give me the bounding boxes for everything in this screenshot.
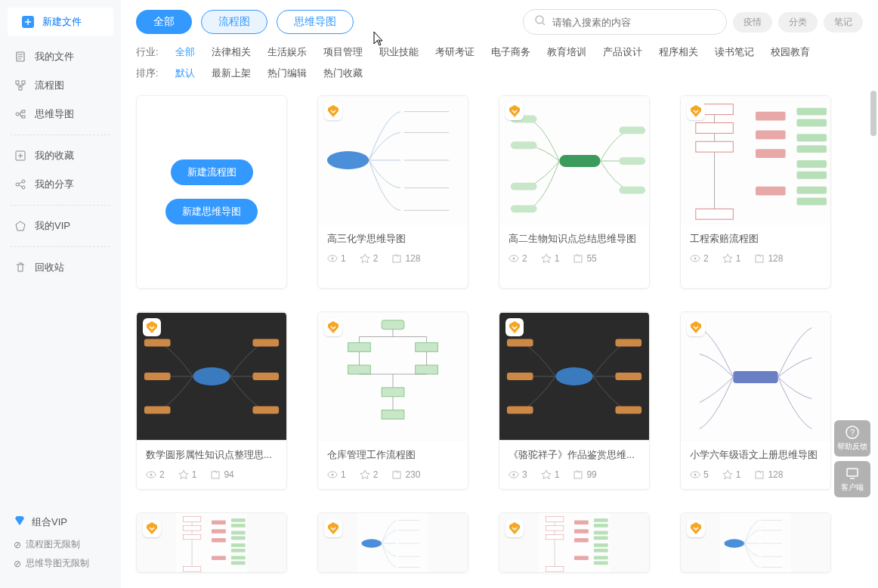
tab-mindmap[interactable]: 思维导图 — [277, 10, 354, 34]
svg-rect-84 — [733, 371, 778, 383]
svg-rect-49 — [756, 255, 763, 262]
filter-industry-9[interactable]: 程序相关 — [659, 45, 698, 59]
svg-rect-68 — [382, 410, 404, 419]
svg-point-51 — [193, 367, 230, 385]
svg-rect-103 — [231, 556, 246, 559]
views-stat: 1 — [327, 469, 346, 480]
template-card[interactable]: 工程索赔流程图 2 1 128 — [680, 95, 831, 289]
filter-industry-11[interactable]: 校园教育 — [771, 45, 810, 59]
filter-industry-6[interactable]: 电子商务 — [491, 45, 530, 59]
filter-sort-2[interactable]: 热门编辑 — [267, 67, 307, 80]
filter-sort-3[interactable]: 热门收藏 — [323, 67, 363, 80]
svg-rect-109 — [546, 525, 564, 531]
template-card[interactable] — [499, 512, 650, 573]
svg-rect-96 — [212, 556, 226, 560]
client-button[interactable]: 客户端 — [834, 461, 870, 497]
svg-rect-128 — [847, 469, 858, 476]
label: 流程图 — [35, 79, 64, 92]
card-title: 小学六年级语文上册思维导图 — [690, 448, 821, 462]
svg-point-9 — [16, 183, 19, 186]
tag-category[interactable]: 分类 — [778, 12, 818, 32]
filter-sort-1[interactable]: 最新上架 — [212, 67, 251, 80]
svg-rect-36 — [756, 130, 786, 139]
svg-rect-54 — [144, 407, 171, 414]
svg-rect-41 — [796, 134, 827, 141]
template-card[interactable] — [680, 512, 831, 573]
card-thumbnail — [137, 312, 286, 441]
svg-rect-75 — [507, 373, 533, 380]
card-thumbnail — [318, 96, 468, 224]
stars-stat: 1 — [541, 253, 560, 264]
template-card[interactable]: 高二生物知识点总结思维导图 2 1 55 — [499, 95, 650, 289]
new-mindmap-button[interactable]: 新建思维导图 — [165, 199, 258, 224]
template-card[interactable]: 数学圆形属性知识点整理思... 2 1 94 — [136, 311, 287, 490]
svg-rect-56 — [252, 373, 279, 380]
plus-icon — [21, 15, 35, 29]
template-card[interactable]: 仓库管理工作流程图 1 2 230 — [317, 311, 468, 490]
svg-rect-93 — [212, 520, 226, 525]
svg-rect-60 — [212, 472, 219, 478]
check-icon: ⊘ — [14, 540, 21, 550]
svg-rect-115 — [574, 556, 589, 560]
filter-industry-5[interactable]: 考研考证 — [435, 45, 475, 59]
label: 思维导图 — [35, 107, 74, 121]
svg-rect-104 — [231, 562, 246, 565]
card-thumbnail — [318, 513, 468, 573]
star-icon — [14, 149, 27, 162]
svg-rect-94 — [212, 529, 226, 534]
filter-industry-8[interactable]: 产品设计 — [603, 45, 642, 59]
template-grid: 新建流程图 新建思维导图 高三化学思维导图 1 2 128 — [136, 95, 863, 573]
svg-point-73 — [555, 367, 593, 385]
filter-industry-0[interactable]: 全部 — [175, 45, 195, 59]
tag-epidemic[interactable]: 疫情 — [733, 12, 772, 32]
tab-flowchart[interactable]: 流程图 — [201, 10, 267, 34]
svg-rect-101 — [231, 543, 246, 547]
template-card[interactable]: 高三化学思维导图 1 2 128 — [317, 95, 468, 289]
combo-vip[interactable]: 组合VIP — [0, 509, 121, 535]
svg-rect-35 — [756, 112, 786, 121]
filter-industry-10[interactable]: 读书笔记 — [715, 45, 754, 59]
sidebar-item-shares[interactable]: 我的分享 — [0, 170, 121, 199]
scrollbar[interactable] — [870, 91, 876, 136]
filter-industry-7[interactable]: 教育培训 — [547, 45, 586, 59]
search-icon — [534, 14, 546, 29]
filter-industry-2[interactable]: 生活娱乐 — [267, 45, 307, 59]
sidebar-item-trash[interactable]: 回收站 — [0, 253, 121, 282]
tag-notes[interactable]: 笔记 — [824, 12, 863, 32]
new-flowchart-button[interactable]: 新建流程图 — [171, 159, 253, 185]
svg-rect-102 — [231, 549, 246, 552]
vip-badge-icon — [324, 318, 342, 336]
svg-rect-99 — [231, 531, 246, 535]
template-card[interactable]: 《骆驼祥子》作品鉴赏思维... 3 1 99 — [499, 311, 650, 490]
search-input[interactable] — [552, 17, 716, 28]
help-feedback-button[interactable]: ? 帮助反馈 — [834, 420, 870, 456]
tab-all[interactable]: 全部 — [136, 10, 192, 34]
svg-rect-55 — [252, 339, 279, 347]
new-file-button[interactable]: 新建文件 — [8, 8, 113, 36]
sidebar-item-vip[interactable]: 我的VIP — [0, 212, 121, 240]
filter-sort-0[interactable]: 默认 — [175, 67, 195, 80]
svg-rect-114 — [574, 538, 589, 543]
svg-point-5 — [16, 113, 19, 116]
svg-rect-2 — [16, 81, 19, 84]
card-thumbnail — [499, 96, 649, 224]
sidebar-item-favorites[interactable]: 我的收藏 — [0, 141, 121, 170]
svg-rect-116 — [594, 518, 608, 522]
trash-icon — [14, 261, 27, 274]
filter-industry-1[interactable]: 法律相关 — [212, 45, 251, 59]
sidebar-item-myfiles[interactable]: 我的文件 — [0, 42, 121, 71]
svg-rect-21 — [511, 141, 537, 149]
svg-rect-34 — [696, 209, 734, 219]
sidebar-item-flowchart[interactable]: 流程图 — [0, 71, 121, 100]
views-stat: 5 — [690, 469, 709, 480]
card-title: 《骆驼祥子》作品鉴赏思维... — [509, 448, 640, 462]
svg-rect-76 — [507, 407, 533, 414]
filter-industry-4[interactable]: 职业技能 — [379, 45, 419, 59]
template-card[interactable] — [317, 512, 468, 573]
template-card[interactable] — [136, 512, 287, 573]
sidebar-item-mindmap[interactable]: 思维导图 — [0, 100, 121, 128]
svg-rect-32 — [696, 123, 734, 134]
label: 组合VIP — [32, 515, 67, 529]
filter-industry-3[interactable]: 项目管理 — [323, 45, 363, 59]
template-card[interactable]: 小学六年级语文上册思维导图 5 1 128 — [680, 311, 831, 490]
